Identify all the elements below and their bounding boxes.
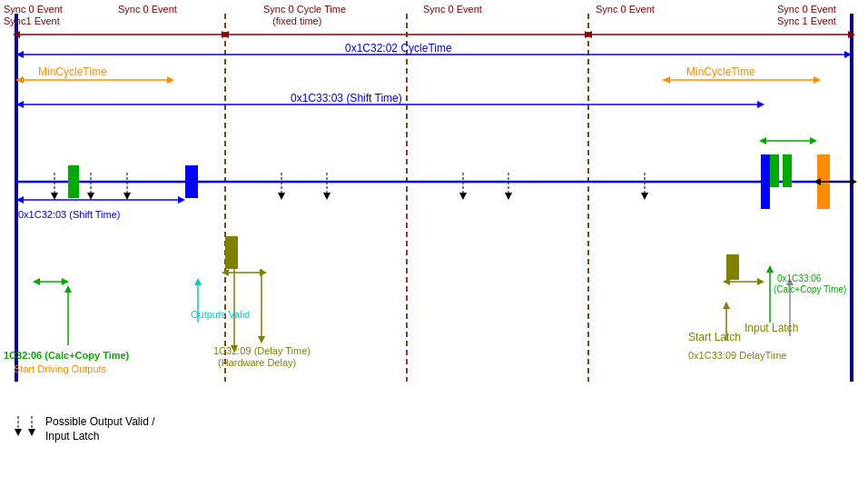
svg-marker-84 xyxy=(64,285,72,293)
svg-text:(Calc+Copy Time): (Calc+Copy Time) xyxy=(774,284,846,294)
svg-text:Start Driving Outputs: Start Driving Outputs xyxy=(14,363,107,374)
svg-text:(fixed time): (fixed time) xyxy=(272,15,321,26)
svg-text:0x1C32:02 CycleTime: 0x1C32:02 CycleTime xyxy=(345,42,452,55)
svg-marker-110 xyxy=(28,429,35,436)
svg-marker-75 xyxy=(757,278,764,285)
svg-text:Input Latch: Input Latch xyxy=(45,430,99,442)
svg-marker-92 xyxy=(723,302,730,309)
svg-marker-90 xyxy=(258,336,265,343)
svg-text:0x1C32:03 (Shift Time): 0x1C32:03 (Shift Time) xyxy=(18,209,121,220)
svg-text:Sync 0 Cycle Time: Sync 0 Cycle Time xyxy=(263,4,346,15)
svg-text:Sync 0 Event: Sync 0 Event xyxy=(4,4,63,15)
svg-text:Possible Output Valid /: Possible Output Valid / xyxy=(45,415,155,428)
svg-text:MinCycleTime: MinCycleTime xyxy=(38,65,107,78)
svg-marker-56 xyxy=(459,193,467,200)
svg-marker-34 xyxy=(663,76,670,84)
svg-rect-64 xyxy=(761,154,770,209)
svg-rect-62 xyxy=(783,154,792,187)
svg-text:Outputs Valid: Outputs Valid xyxy=(191,309,250,320)
svg-text:Sync 1 Event: Sync 1 Event xyxy=(777,15,836,26)
svg-marker-53 xyxy=(323,193,330,200)
svg-marker-72 xyxy=(260,269,267,276)
svg-marker-49 xyxy=(123,193,131,200)
svg-text:Sync 0 Event: Sync 0 Event xyxy=(596,4,655,15)
svg-text:Input Latch: Input Latch xyxy=(745,322,798,334)
svg-marker-47 xyxy=(51,193,58,200)
svg-rect-60 xyxy=(68,165,79,198)
timing-diagram: Sync 0 Event Sync1 Event Sync 0 Event Sy… xyxy=(0,0,868,487)
svg-marker-109 xyxy=(15,429,22,436)
svg-text:0x1C33:09 DelayTime: 0x1C33:09 DelayTime xyxy=(688,350,786,361)
svg-text:MinCycleTime: MinCycleTime xyxy=(686,65,755,78)
svg-text:0x1C33:06: 0x1C33:06 xyxy=(777,273,822,283)
svg-marker-79 xyxy=(759,137,766,144)
svg-marker-69 xyxy=(62,278,69,285)
svg-text:1C32:09 (Delay Time): 1C32:09 (Delay Time) xyxy=(213,345,311,356)
svg-text:(Hardware Delay): (Hardware Delay) xyxy=(218,357,296,368)
svg-marker-86 xyxy=(194,278,202,285)
svg-marker-48 xyxy=(87,193,94,200)
svg-marker-33 xyxy=(814,76,821,84)
svg-marker-41 xyxy=(178,196,185,204)
svg-marker-94 xyxy=(766,265,774,273)
svg-text:Start Latch: Start Latch xyxy=(688,331,741,343)
svg-text:Sync 0 Event: Sync 0 Event xyxy=(777,4,836,15)
svg-marker-59 xyxy=(641,193,648,200)
svg-rect-65 xyxy=(225,236,238,269)
svg-text:0x1C33:03 (Shift Time): 0x1C33:03 (Shift Time) xyxy=(291,92,402,104)
svg-text:Sync 0 Event: Sync 0 Event xyxy=(118,4,177,15)
svg-marker-37 xyxy=(757,101,764,108)
svg-marker-52 xyxy=(278,193,285,200)
svg-text:Sync1 Event: Sync1 Event xyxy=(4,15,60,26)
svg-marker-70 xyxy=(33,278,40,285)
svg-marker-29 xyxy=(167,76,174,84)
svg-rect-63 xyxy=(185,165,198,198)
svg-marker-57 xyxy=(505,193,512,200)
svg-marker-78 xyxy=(810,137,817,144)
svg-rect-66 xyxy=(726,254,739,280)
svg-text:Sync 0 Event: Sync 0 Event xyxy=(423,4,482,15)
svg-text:1C32:06 (Calc+Copy Time): 1C32:06 (Calc+Copy Time) xyxy=(4,350,130,361)
svg-rect-61 xyxy=(770,154,779,187)
